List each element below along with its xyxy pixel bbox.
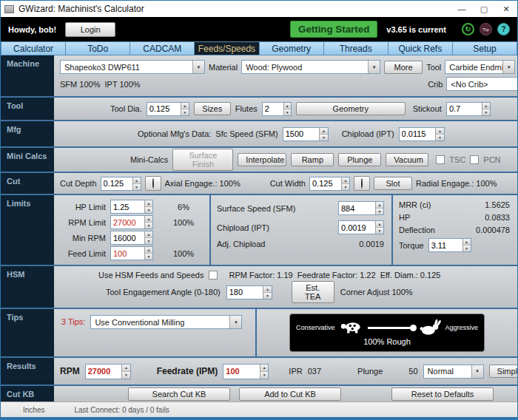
ramp-button[interactable]: Ramp <box>291 153 334 166</box>
spinner-up-icon[interactable]: ▲ <box>463 239 471 245</box>
spinner-down-icon[interactable]: ▼ <box>284 109 291 115</box>
surface-speed-input[interactable] <box>339 202 375 214</box>
feedrate-result-input[interactable] <box>223 365 260 379</box>
feed-limit-input[interactable] <box>111 247 144 260</box>
spinner-up-icon[interactable]: ▲ <box>133 177 141 184</box>
axial-engagement-icon[interactable] <box>145 176 161 191</box>
spinner-up-icon[interactable]: ▲ <box>145 247 152 254</box>
geometry-button[interactable]: Geometry <box>296 102 406 115</box>
spinner-down-icon[interactable]: ▼ <box>145 254 152 260</box>
spinner-down-icon[interactable]: ▼ <box>260 372 268 379</box>
spinner-up-icon[interactable]: ▲ <box>320 128 327 135</box>
spinner-down-icon[interactable]: ▼ <box>133 184 141 190</box>
spinner-up-icon[interactable]: ▲ <box>284 103 291 109</box>
spinner-up-icon[interactable]: ▲ <box>436 128 443 135</box>
sizes-button[interactable]: Sizes <box>194 102 231 115</box>
crib-select[interactable]: <No Crib> ▼ <box>446 77 518 91</box>
plunge-mode-select[interactable]: Normal ▼ <box>423 365 484 379</box>
getting-started-button[interactable]: Getting Started <box>290 21 377 38</box>
sfc-speed-input[interactable] <box>283 128 320 140</box>
add-to-cut-kb-button[interactable]: Add to Cut KB <box>239 387 341 401</box>
tab-todo[interactable]: ToDo <box>66 41 130 55</box>
use-hsm-checkbox[interactable] <box>209 271 218 280</box>
spinner-down-icon[interactable]: ▼ <box>342 184 349 190</box>
machine-select[interactable]: Shapeoko3 DWP611 ▼ <box>60 60 205 74</box>
chevron-down-icon[interactable]: ▼ <box>229 316 241 328</box>
search-cut-kb-button[interactable]: Search Cut KB <box>128 387 230 401</box>
spinner-up-icon[interactable]: ▲ <box>482 103 490 109</box>
tab-calculator[interactable]: Calculator <box>1 41 66 55</box>
interpolate-button[interactable]: Interpolate <box>238 153 286 166</box>
more-button[interactable]: More <box>384 61 423 74</box>
spinner-down-icon[interactable]: ▼ <box>376 228 383 234</box>
cut-width-input[interactable] <box>310 177 341 190</box>
spinner-up-icon[interactable]: ▲ <box>376 202 383 209</box>
minimize-icon[interactable]: — <box>451 1 473 17</box>
close-icon[interactable]: ✕ <box>495 1 517 17</box>
tab-threads[interactable]: Threads <box>324 41 388 55</box>
spinner-up-icon[interactable]: ▲ <box>145 216 152 223</box>
rpm-result-input[interactable] <box>86 365 122 379</box>
spinner-down-icon[interactable]: ▼ <box>376 209 383 214</box>
spinner-up-icon[interactable]: ▲ <box>342 177 349 184</box>
spinner-up-icon[interactable]: ▲ <box>181 103 189 109</box>
simplify-button[interactable]: Simplify <box>489 365 518 378</box>
tea-input[interactable] <box>227 286 263 299</box>
refresh-icon[interactable]: ↻ <box>462 23 474 35</box>
spinner-down-icon[interactable]: ▼ <box>463 245 471 251</box>
spinner-up-icon[interactable]: ▲ <box>145 200 152 207</box>
chevron-down-icon[interactable]: ▼ <box>368 61 380 73</box>
tab-setup[interactable]: Setup <box>453 41 517 55</box>
stickout-input[interactable] <box>447 103 482 115</box>
help-icon[interactable]: ? <box>497 23 510 35</box>
surface-finish-button[interactable]: Surface Finish <box>172 149 233 171</box>
spinner-up-icon[interactable]: ▲ <box>376 221 383 228</box>
spinner-down-icon[interactable]: ▼ <box>482 109 490 115</box>
spinner-up-icon[interactable]: ▲ <box>263 286 271 293</box>
min-rpm-input[interactable] <box>111 231 144 244</box>
rpm-limit-input[interactable] <box>111 216 144 228</box>
radial-engagement-icon[interactable] <box>354 176 370 191</box>
tab-cadcam[interactable]: CADCAM <box>130 41 195 55</box>
spinner-up-icon[interactable]: ▲ <box>260 365 268 372</box>
flutes-input[interactable] <box>263 103 283 115</box>
tip-icon[interactable]: Tip <box>480 23 492 35</box>
vacuum-button[interactable]: Vacuum <box>386 153 428 166</box>
tab-geometry[interactable]: Geometry <box>260 41 324 55</box>
tab-feeds-speeds[interactable]: Feeds/Speeds <box>195 41 259 55</box>
material-select[interactable]: Wood: Plywood ▼ <box>241 60 380 74</box>
spinner-down-icon[interactable]: ▼ <box>122 372 130 379</box>
spinner-up-icon[interactable]: ▲ <box>145 231 152 238</box>
chevron-down-icon[interactable]: ▼ <box>471 365 483 378</box>
spinner-up-icon[interactable]: ▲ <box>122 365 130 372</box>
pcn-checkbox[interactable] <box>470 155 479 164</box>
cut-depth-input[interactable] <box>101 177 132 190</box>
mfg-chipload-input[interactable] <box>400 128 436 140</box>
spinner-down-icon[interactable]: ▼ <box>181 109 189 115</box>
slider-handle[interactable] <box>410 325 417 331</box>
radial-engage-text: Radial Engage.: 100% <box>416 179 497 188</box>
tool-select[interactable]: Carbide Endmill ▼ <box>445 60 515 74</box>
tab-quick-refs[interactable]: Quick Refs <box>388 41 453 55</box>
maximize-icon[interactable]: ▢ <box>473 1 495 17</box>
tool-dia-input[interactable] <box>147 103 181 115</box>
reset-to-defaults-button[interactable]: Reset to Defaults <box>391 387 494 401</box>
est-tea-button[interactable]: Est. TEA <box>292 281 334 303</box>
tsc-checkbox[interactable] <box>436 155 445 164</box>
tips-select[interactable]: Use Conventional Milling ▼ <box>90 315 242 329</box>
chevron-down-icon[interactable]: ▼ <box>502 61 514 73</box>
chipload-input[interactable] <box>339 221 375 234</box>
spinner-down-icon[interactable]: ▼ <box>145 238 152 244</box>
torque-input[interactable] <box>429 239 462 251</box>
spinner-down-icon[interactable]: ▼ <box>263 293 271 299</box>
hp-limit-input[interactable] <box>111 200 144 213</box>
spinner-down-icon[interactable]: ▼ <box>145 223 152 228</box>
login-button[interactable]: Login <box>65 22 115 37</box>
spinner-down-icon[interactable]: ▼ <box>145 207 152 213</box>
slot-button[interactable]: Slot <box>374 177 412 190</box>
spinner-down-icon[interactable]: ▼ <box>320 135 327 140</box>
plunge-button[interactable]: Plunge <box>338 153 381 166</box>
chevron-down-icon[interactable]: ▼ <box>192 61 204 73</box>
aggressiveness-slider[interactable] <box>368 327 416 329</box>
spinner-down-icon[interactable]: ▼ <box>436 135 443 140</box>
